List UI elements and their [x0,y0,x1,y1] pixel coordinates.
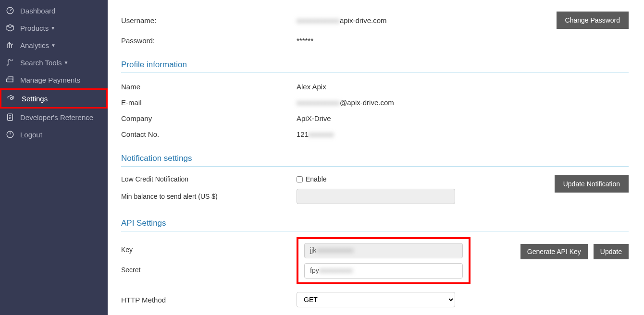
main-content: Username: xxxxxxxxxxxxapix-drive.com Cha… [108,0,644,315]
http-method-select[interactable]: GET [297,292,455,307]
sidebar-item-developers-reference[interactable]: Developer's Reference [0,109,108,126]
min-balance-label: Min balance to send alert (US $) [121,193,297,200]
sidebar-item-label: Logout [20,131,42,139]
settings-icon [6,93,17,104]
contact-value: 121xxxxxxx [297,130,629,138]
sidebar-item-label: Products [20,24,49,32]
name-value: Alex Apix [297,83,629,91]
sidebar-item-dashboard[interactable]: Dashboard [0,2,108,19]
api-secret-label: Secret [121,266,297,274]
min-balance-input[interactable] [297,189,455,204]
low-credit-label: Low Credit Notification [121,175,297,183]
analytics-icon [5,40,15,50]
sidebar-item-label: Manage Payments [20,76,80,84]
logout-icon [5,129,15,140]
enable-label: Enable [306,175,327,183]
api-credentials-highlight: jjkxxxxxxxxxxx fpyxxxxxxxxxx [297,237,471,284]
sidebar-item-logout[interactable]: Logout [0,126,108,143]
sidebar: Dashboard Products ▼ Analytics ▼ Search … [0,0,108,315]
chevron-down-icon: ▼ [50,25,55,31]
company-value: ApiX-Drive [297,114,629,122]
sidebar-item-label: Dashboard [20,7,55,15]
products-icon [5,23,15,33]
sidebar-item-label: Search Tools [20,59,62,67]
username-label: Username: [121,16,297,24]
password-value: ****** [297,36,533,45]
sidebar-item-products[interactable]: Products ▼ [0,19,108,36]
sidebar-item-settings[interactable]: Settings [0,88,108,109]
api-key-label: Key [121,246,297,254]
contact-label: Contact No. [121,130,297,138]
enable-checkbox[interactable] [297,176,303,182]
change-password-button[interactable]: Change Password [557,12,629,29]
sidebar-item-label: Settings [22,95,48,103]
svg-point-1 [11,97,13,100]
notification-section-title: Notification settings [121,154,629,167]
api-secret-input[interactable] [304,263,463,279]
company-label: Company [121,114,297,122]
chevron-down-icon: ▼ [51,43,56,48]
api-key-input[interactable] [304,243,463,258]
enable-checkbox-group[interactable]: Enable [297,175,327,183]
sidebar-item-manage-payments[interactable]: Manage Payments [0,71,108,88]
payments-icon [5,74,15,85]
email-value: xxxxxxxxxxxx@apix-drive.com [297,98,629,107]
sidebar-item-label: Analytics [20,41,49,49]
sidebar-item-analytics[interactable]: Analytics ▼ [0,36,108,54]
update-notification-button[interactable]: Update Notification [555,175,629,193]
email-label: E-mail [121,98,297,107]
http-method-label: HTTP Method [121,296,297,304]
dashboard-icon [5,5,15,16]
reference-icon [5,112,15,122]
chevron-down-icon: ▼ [63,60,68,65]
profile-section-title: Profile information [121,60,629,73]
generate-api-key-button[interactable]: Generate API Key [520,244,588,259]
sidebar-item-search-tools[interactable]: Search Tools ▼ [0,54,108,71]
password-label: Password: [121,36,297,45]
sidebar-item-label: Developer's Reference [20,113,93,121]
search-tools-icon [5,57,15,68]
name-label: Name [121,83,297,91]
api-section-title: API Settings [121,218,629,231]
update-api-button[interactable]: Update [594,244,629,259]
username-value: xxxxxxxxxxxxapix-drive.com [297,16,533,24]
